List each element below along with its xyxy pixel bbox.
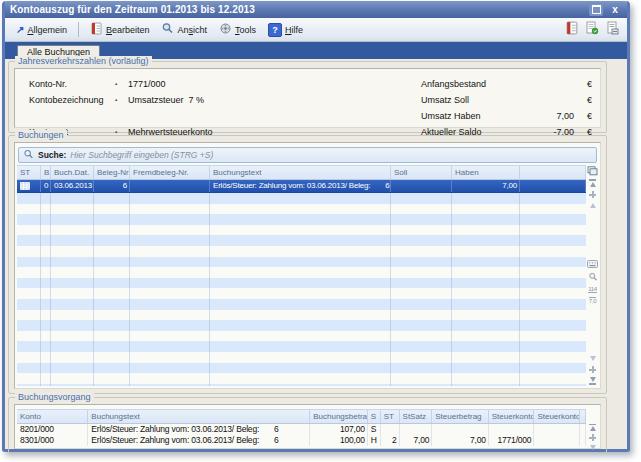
menu-hilfe-label: Hilfe [285, 25, 303, 35]
col-header-soll[interactable]: Soll [391, 166, 452, 179]
col-header-st[interactable]: ST [17, 166, 41, 179]
sum-display-button[interactable]: 114 [588, 286, 597, 293]
field-label: Anfangsbestand [421, 79, 525, 89]
col-header-buchungsbetrag[interactable]: Buchungsbetrag [310, 410, 368, 423]
cell-st [381, 424, 400, 435]
export-button[interactable] [603, 21, 621, 39]
row-up-button[interactable] [589, 434, 596, 441]
empty-booking-row[interactable] [17, 235, 586, 246]
transaction-row[interactable]: 8201/000 Erlös/Steuer: Zahlung vom: 03.0… [17, 424, 586, 435]
col-header-st[interactable]: ST [381, 410, 400, 423]
empty-booking-row[interactable] [17, 267, 586, 278]
col-header-steuerbetrag[interactable]: Steuerbetrag [432, 410, 489, 423]
col-header-belegnr[interactable]: Beleg-Nr. [94, 166, 130, 179]
col-header-haben[interactable]: Haben [452, 166, 520, 179]
cell-konto: 8301/000 [17, 435, 88, 446]
empty-booking-row[interactable] [17, 310, 586, 321]
menu-bearbeiten[interactable]: Bearbeiten [85, 20, 155, 39]
col-header-filler [520, 166, 586, 179]
empty-booking-row[interactable] [17, 299, 586, 310]
cell-steuerbetrag: 7,00 [432, 435, 489, 446]
transaction-row[interactable]: 8301/000 Erlös/Steuer: Zahlung vom: 03.0… [17, 435, 586, 446]
close-icon: x [612, 5, 618, 15]
search-bar[interactable]: Suche: [18, 147, 597, 163]
row-down-button[interactable] [590, 444, 596, 451]
zoom-row-button[interactable] [588, 272, 598, 282]
titlebar-buttons: x [589, 4, 622, 16]
col-header-stsatz[interactable]: StSatz [400, 410, 433, 423]
page-up-button[interactable] [590, 202, 596, 209]
cell-st: 2 [381, 435, 400, 446]
empty-booking-row[interactable] [17, 320, 586, 331]
row-up-button[interactable] [589, 191, 596, 198]
menu-bearbeiten-label: Bearbeiten [106, 25, 150, 35]
field-value: 1771/000 [128, 79, 166, 89]
empty-booking-row[interactable] [17, 352, 586, 363]
refresh-list-button[interactable] [583, 21, 601, 39]
empty-booking-row[interactable] [17, 331, 586, 342]
gear-icon [219, 22, 232, 37]
column-chooser-button[interactable] [587, 166, 598, 176]
journal-button[interactable] [563, 21, 581, 39]
transaction-table: Konto Buchungstext Buchungsbetrag S ST S… [17, 409, 586, 446]
col-header-steuerkonto2[interactable]: Steuerkonto 2 [534, 410, 580, 423]
col-header-buchungstext[interactable]: Buchungstext [210, 166, 391, 179]
empty-booking-row[interactable] [17, 363, 586, 374]
field-value: 7,00 [525, 111, 581, 121]
cell-konto: 8201/000 [17, 424, 88, 435]
page-down-button[interactable] [590, 355, 596, 362]
goto-bottom-button[interactable] [589, 377, 596, 385]
empty-booking-row[interactable] [17, 225, 586, 236]
field-label: Konto-Nr. [29, 79, 115, 89]
restore-button[interactable] [589, 4, 603, 16]
col-header-s[interactable]: S [368, 410, 381, 423]
currency-symbol: € [581, 95, 592, 105]
title-bar[interactable]: Kontoauszug für den Zeitraum 01.2013 bis… [5, 1, 627, 18]
menu-tools[interactable]: Tools [214, 20, 261, 39]
empty-booking-row[interactable] [17, 257, 586, 268]
cell-belegnr: 6 [94, 180, 130, 192]
booking-row-selected[interactable]: 0 03.06.2013 6 Erlös/Steuer: Zahlung vom… [17, 180, 586, 193]
magnifier-icon [161, 22, 174, 37]
menu-hilfe[interactable]: ? Hilfe [263, 21, 308, 39]
diagonal-arrow-icon: ↗ [16, 25, 24, 35]
empty-booking-row[interactable] [17, 373, 586, 384]
empty-booking-row[interactable] [17, 246, 586, 257]
window-title: Kontoauszug für den Zeitraum 01.2013 bis… [10, 4, 589, 15]
cell-buchungstext: Erlös/Steuer: Zahlung vom: 03.06.2013/ B… [88, 435, 310, 446]
goto-top-button[interactable] [589, 179, 596, 187]
search-icon [23, 146, 34, 164]
menu-allgemein[interactable]: ↗ Allgemein [11, 23, 72, 37]
menu-ansicht-label: Ansicht [177, 25, 207, 35]
empty-booking-row[interactable] [17, 288, 586, 299]
empty-booking-row[interactable] [17, 193, 586, 204]
col-header-buchdat[interactable]: Buch.Dat. [51, 166, 94, 179]
decimal-display-button[interactable]: 7,0 [589, 297, 596, 304]
document-export-icon [605, 21, 619, 39]
bookings-table-wrap: ST B Buch.Dat. Beleg-Nr. Fremdbeleg-Nr. … [17, 165, 599, 386]
empty-booking-row[interactable] [17, 204, 586, 215]
bookings-empty-rows [17, 193, 586, 386]
empty-booking-row[interactable] [17, 384, 586, 386]
document-check-icon [585, 21, 599, 39]
menu-ansicht[interactable]: Ansicht [156, 20, 212, 39]
row-down-button[interactable] [589, 366, 596, 373]
bookings-header-row: ST B Buch.Dat. Beleg-Nr. Fremdbeleg-Nr. … [17, 165, 586, 180]
empty-booking-row[interactable] [17, 278, 586, 289]
col-header-b[interactable]: B [41, 166, 51, 179]
col-header-fremdbelegnr[interactable]: Fremdbeleg-Nr. [130, 166, 210, 179]
goto-top-button[interactable] [589, 424, 596, 431]
empty-booking-row[interactable] [17, 214, 586, 225]
group-jahresverkehrszahlen: Jahresverkehrszahlen (vorläufig) Konto-N… [8, 61, 607, 133]
notebook-icon [90, 22, 103, 37]
close-button[interactable]: x [608, 4, 622, 16]
search-input[interactable] [70, 150, 592, 160]
col-header-steuerkonto1[interactable]: Steuerkonto 1 [489, 410, 535, 423]
empty-booking-row[interactable] [17, 341, 586, 352]
menu-separator [78, 22, 79, 37]
col-header-buchungstext[interactable]: Buchungstext [88, 410, 310, 423]
col-header-konto[interactable]: Konto [17, 410, 88, 423]
help-icon: ? [268, 23, 282, 37]
keyboard-icon[interactable] [587, 260, 598, 268]
summary-right-column: Anfangsbestand € Umsatz Soll € Umsatz Ha… [421, 76, 592, 140]
